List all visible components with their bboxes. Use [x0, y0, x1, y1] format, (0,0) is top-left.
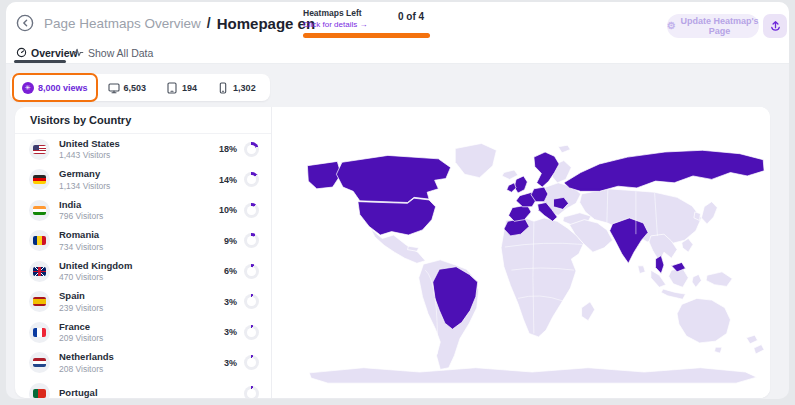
country-row[interactable]: Portugal — [15, 378, 271, 398]
germany-flag-icon — [33, 175, 46, 184]
upload-icon — [769, 20, 782, 33]
map-country-ireland — [507, 183, 516, 192]
map-region-antarctica — [309, 368, 756, 383]
map-island-new-guinea — [706, 272, 732, 287]
mobile-stat-chip[interactable]: 1,302 — [207, 82, 266, 94]
visitors-by-country-title: Visitors by Country — [30, 114, 131, 126]
back-button[interactable] — [14, 12, 36, 34]
france-flag-icon — [33, 328, 46, 337]
mobile-icon — [217, 82, 229, 94]
map-island-sumatra — [651, 270, 666, 287]
tablet-count: 194 — [182, 83, 197, 93]
country-visitors: 734 Visitors — [59, 242, 103, 252]
country-visitors: 1,134 Visitors — [59, 181, 110, 191]
desktop-count: 6,503 — [124, 83, 147, 93]
country-percent: 6% — [224, 266, 237, 276]
map-country-malaysia-peninsula — [656, 256, 664, 274]
country-donut-chart — [244, 172, 259, 187]
activity-pulse-icon — [72, 47, 84, 58]
country-percent: 10% — [219, 205, 237, 215]
map-island-sulawesi — [692, 274, 701, 287]
spain-flag-icon — [33, 297, 46, 306]
country-donut-chart — [244, 203, 259, 218]
country-visitors: 209 Visitors — [59, 333, 103, 343]
map-country-canada — [336, 155, 450, 202]
map-country-australia — [677, 298, 730, 343]
views-icon: ✳ — [22, 82, 34, 94]
country-name: United States — [59, 138, 120, 149]
country-percent: 3% — [224, 327, 237, 337]
united-kingdom-flag-icon — [33, 267, 46, 276]
country-row[interactable]: United Kingdom 470 Visitors 6% — [15, 256, 271, 287]
country-donut-chart — [244, 233, 259, 248]
country-visitors: 208 Visitors — [59, 364, 114, 374]
country-donut-chart — [244, 294, 259, 309]
visitors-by-country-list: Visitors by Country United States 1,443 … — [15, 107, 272, 398]
breadcrumb-parent[interactable]: Page Heatmaps Overview — [44, 16, 201, 31]
stats-bar: ✳ 8,000 views 6,503 194 1,302 — [10, 74, 270, 101]
country-row[interactable]: India 796 Visitors 10% — [15, 195, 271, 226]
country-visitors: 239 Visitors — [59, 303, 103, 313]
country-visitors: 1,443 Visitors — [59, 150, 120, 160]
tab-show-all-data-label: Show All Data — [88, 47, 153, 59]
country-name: Netherlands — [59, 351, 114, 362]
world-map-container — [273, 107, 770, 398]
country-percent: 14% — [219, 175, 237, 185]
export-button[interactable] — [763, 14, 787, 38]
update-heatmap-button[interactable]: ⚙ Update Heatmap's Page — [667, 14, 759, 38]
netherlands-flag-icon — [33, 358, 46, 367]
country-row[interactable]: France 209 Visitors 3% — [15, 317, 271, 348]
country-name: India — [59, 199, 103, 210]
country-row[interactable]: Spain 239 Visitors 3% — [15, 287, 271, 318]
gear-icon: ⚙ — [667, 21, 676, 31]
country-name: Spain — [59, 290, 103, 301]
map-country-svalbard — [558, 145, 570, 153]
map-island-java — [661, 289, 685, 299]
map-country-new-zealand — [746, 335, 757, 344]
map-country-greenland — [455, 143, 496, 177]
country-row[interactable]: Netherlands 208 Visitors 3% — [15, 348, 271, 379]
desktop-stat-chip[interactable]: 6,503 — [98, 82, 157, 94]
page-header: Page Heatmaps Overview / Homepage en Hea… — [6, 2, 789, 64]
country-row[interactable]: United States 1,443 Visitors 18% — [15, 134, 271, 165]
tab-show-all-data[interactable]: Show All Data — [72, 43, 153, 62]
visitors-panel: Visitors by Country United States 1,443 … — [15, 107, 770, 398]
map-island-tasmania — [715, 347, 722, 353]
views-count: 8,000 views — [38, 83, 88, 93]
portugal-flag-icon — [33, 389, 46, 398]
tablet-stat-chip[interactable]: 194 — [156, 82, 207, 94]
update-heatmap-label: Update Heatmap's Page — [680, 16, 759, 36]
map-country-new-zealand — [754, 345, 764, 354]
india-flag-icon — [33, 206, 46, 215]
back-arrow-icon — [15, 13, 35, 33]
tab-overview-label: Overview — [31, 47, 78, 59]
country-rows: United States 1,443 Visitors 18% Germany… — [15, 134, 271, 398]
country-name: Germany — [59, 168, 110, 179]
heatmaps-quota-count: 0 of 4 — [398, 11, 424, 22]
breadcrumb-separator: / — [207, 15, 211, 31]
overview-gauge-icon — [16, 47, 27, 58]
country-percent: 18% — [219, 144, 237, 154]
map-country-iceland — [502, 170, 518, 179]
map-country-india — [610, 218, 648, 263]
country-percent: 9% — [224, 236, 237, 246]
country-name: France — [59, 321, 103, 332]
map-country-usa — [358, 198, 436, 235]
country-row[interactable]: Romania 734 Visitors 9% — [15, 226, 271, 257]
heatmaps-quota-bar — [303, 33, 430, 38]
country-name: Romania — [59, 229, 103, 240]
mobile-count: 1,302 — [233, 83, 256, 93]
desktop-icon — [108, 82, 120, 94]
country-name: United Kingdom — [59, 260, 132, 271]
map-country-sri-lanka — [638, 266, 645, 274]
country-row[interactable]: Germany 1,134 Visitors 14% — [15, 165, 271, 196]
breadcrumb: Page Heatmaps Overview / Homepage en — [44, 10, 315, 36]
country-name: Portugal — [59, 387, 98, 398]
views-stat-chip-highlighted[interactable]: ✳ 8,000 views — [12, 73, 98, 102]
country-donut-chart — [244, 325, 259, 340]
map-country-japan — [701, 202, 717, 224]
map-country-russia — [564, 150, 764, 191]
romania-flag-icon — [33, 236, 46, 245]
map-country-alaska — [307, 161, 341, 188]
country-donut-chart — [244, 386, 259, 398]
